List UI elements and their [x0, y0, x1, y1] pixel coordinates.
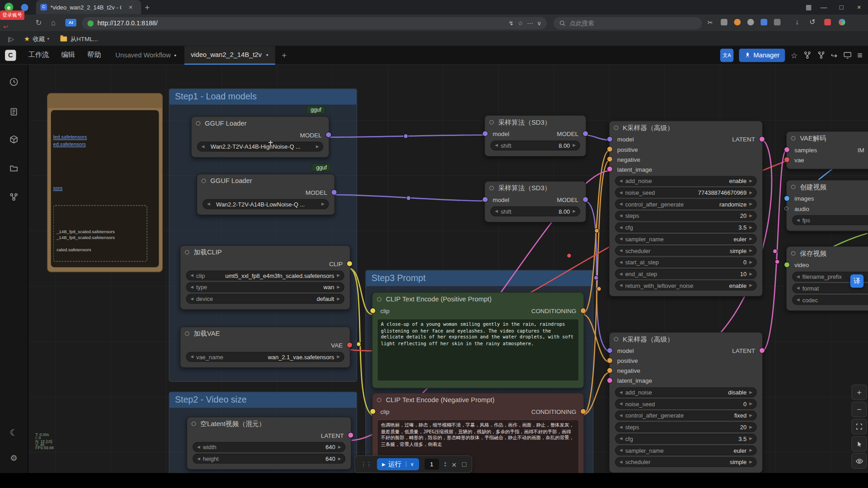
browser-tab[interactable]: C *video_wan2_2_14B_t2v - C... ×: [36, 0, 142, 14]
fork-icon[interactable]: [803, 51, 811, 59]
collapse-dot-icon[interactable]: [202, 179, 206, 183]
collapse-dot-icon[interactable]: [377, 398, 382, 402]
collapse-dot-icon[interactable]: [791, 136, 796, 141]
login-badge[interactable]: 登录账号: [0, 10, 24, 20]
collapse-dot-icon[interactable]: [192, 422, 196, 426]
input-port-positive[interactable]: [607, 358, 612, 363]
bookmark-star-icon[interactable]: ☆: [518, 19, 523, 27]
run-button[interactable]: ▶ 运行 ∨: [377, 458, 419, 470]
bookmark-folder-label[interactable]: 从HTML...: [71, 35, 98, 43]
widget-clip-name[interactable]: ◀clipumt5_xxl_fp8_e4m3fn_scaled.safetens…: [186, 271, 344, 281]
node-canvas[interactable]: Step1 - Load models Step2 - Video size S…: [0, 65, 868, 473]
menu-workflow[interactable]: 工作流: [28, 50, 49, 60]
node-gguf-loader-1[interactable]: GGUF Loader MODEL ◀Wan2.2-T2V-A14B-HighN…: [191, 116, 329, 158]
new-workflow-tab-button[interactable]: +: [282, 50, 287, 60]
widget-unet-name[interactable]: ◀Wan2.2-T2V-A14B-LowNoise-Q ...▶: [203, 199, 329, 209]
star-icon[interactable]: ☆: [791, 51, 797, 60]
note-link[interactable]: sors: [53, 185, 63, 191]
window-maximize-button[interactable]: □: [833, 0, 850, 14]
extension-gray-icon[interactable]: [747, 19, 754, 26]
workflows-folder-icon[interactable]: [9, 163, 19, 173]
group-step1-title[interactable]: Step1 - Load models: [170, 89, 357, 104]
input-port-model[interactable]: [607, 348, 612, 353]
input-port-model[interactable]: [607, 136, 612, 141]
input-port-model[interactable]: [483, 131, 488, 136]
output-port-model[interactable]: [331, 190, 336, 195]
widget-shift[interactable]: ◀shift8.00▶: [491, 206, 580, 216]
node-load-vae[interactable]: 加载VAE VAE ◀vae_namewan_2.1_vae.safetenso…: [180, 326, 350, 368]
input-port-latent-image[interactable]: [607, 167, 612, 172]
input-port-clip[interactable]: [370, 409, 375, 414]
widget-type[interactable]: ◀typewan▶: [186, 282, 344, 292]
widget-shift[interactable]: ◀shift8.00▶: [491, 141, 580, 150]
collapse-dot-icon[interactable]: [196, 121, 200, 126]
history-restore-icon[interactable]: ↺: [809, 18, 815, 26]
node-ksampler-advanced-2[interactable]: K采样器（高级） model LATENT positive negative …: [609, 332, 763, 473]
node-vae-decode[interactable]: VAE解码 samples IM vae: [786, 131, 868, 169]
zoom-in-button[interactable]: +: [851, 385, 867, 400]
collapse-dot-icon[interactable]: [614, 126, 618, 130]
widget-sampler-name[interactable]: ◀sampler_nameeuler▶: [615, 446, 756, 455]
theme-toggle-moon-icon[interactable]: ☾: [9, 427, 19, 437]
widget-add-noise[interactable]: ◀add_noisedisable▶: [615, 387, 756, 397]
refresh-icon[interactable]: ↻: [35, 18, 42, 27]
input-port-negative[interactable]: [607, 157, 612, 162]
menu-help[interactable]: 帮助: [87, 50, 101, 60]
input-port-model[interactable]: [483, 197, 488, 202]
node-gguf-loader-2[interactable]: GGUF Loader MODEL ◀Wan2.2-T2V-A14B-LowNo…: [197, 174, 335, 215]
monitor-icon[interactable]: [843, 51, 852, 59]
widget-sampler-name[interactable]: ◀sampler_nameeuler▶: [615, 234, 756, 244]
output-port-clip[interactable]: [347, 261, 352, 266]
batch-count-stepper[interactable]: ▴▾: [444, 461, 446, 468]
batch-count-field[interactable]: 1: [425, 459, 439, 469]
manager-button[interactable]: Manager: [739, 48, 785, 61]
collapse-dot-icon[interactable]: [185, 250, 189, 254]
widget-return-with-leftover-noise[interactable]: ◀return_with_leftover_noiseenable▶: [615, 281, 756, 291]
collapse-dot-icon[interactable]: [614, 337, 618, 342]
browser-menu-icon[interactable]: [839, 19, 845, 26]
workflow-tab-unsaved[interactable]: Unsaved Workflow●: [115, 51, 176, 59]
collapse-dot-icon[interactable]: [185, 331, 189, 336]
translate-toggle-button[interactable]: 文A: [720, 48, 733, 61]
node-load-clip[interactable]: 加载CLIP CLIP ◀clipumt5_xxl_fp8_e4m3fn_sca…: [180, 245, 350, 310]
home-icon[interactable]: ⌂: [51, 18, 56, 27]
search-box[interactable]: 点此搜索: [553, 17, 702, 29]
workflow-history-icon[interactable]: [9, 77, 19, 87]
node-library-icon[interactable]: [9, 107, 19, 117]
quick-action-icon[interactable]: ↯: [509, 19, 514, 27]
select-mode-button[interactable]: [851, 436, 867, 451]
input-port-vae[interactable]: [784, 157, 789, 162]
url-text[interactable]: http://127.0.0.1:8188/: [98, 20, 158, 27]
widget-height[interactable]: ◀height640▶: [193, 454, 345, 464]
collapse-dot-icon[interactable]: [377, 297, 382, 302]
widget-width[interactable]: ◀width640▶: [193, 442, 345, 452]
input-port-latent-image[interactable]: [607, 378, 612, 383]
dropdown-chevron-icon[interactable]: ∨: [537, 19, 542, 27]
input-port-images[interactable]: [784, 196, 789, 201]
node-create-video[interactable]: 创建视频 images audio ◀fps: [786, 180, 868, 231]
widget-end-at-step[interactable]: ◀end_at_step10▶: [615, 269, 756, 279]
note-node-header[interactable]: [47, 94, 162, 108]
run-options-chevron-icon[interactable]: ∨: [406, 461, 414, 467]
widget-control-after-generate[interactable]: ◀control_after_generaterandomize▶: [615, 199, 756, 209]
stop-icon[interactable]: □: [462, 460, 467, 468]
widget-start-at-step[interactable]: ◀start_at_step0▶: [615, 257, 756, 267]
output-port-latent[interactable]: [348, 433, 353, 438]
node-map-icon[interactable]: [9, 192, 19, 202]
node-clip-text-encode-positive[interactable]: CLIP Text Encode (Positive Prompt) clip …: [372, 292, 584, 389]
panel-list-icon[interactable]: ≡: [857, 50, 862, 60]
output-port-model[interactable]: [583, 131, 588, 136]
extension-blue-icon[interactable]: [760, 19, 767, 26]
output-port-latent[interactable]: [760, 348, 764, 353]
fork-alt-icon[interactable]: [817, 51, 825, 59]
collapse-dot-icon[interactable]: [489, 186, 494, 190]
zoom-out-button[interactable]: −: [851, 402, 867, 417]
note-link[interactable]: ed.safetensors: [53, 141, 86, 147]
favorites-label[interactable]: 收藏: [33, 35, 45, 43]
widget-fps[interactable]: ◀fps: [792, 215, 868, 225]
input-port-clip[interactable]: [370, 308, 375, 313]
widget-noise-seed[interactable]: ◀noise_seed0▶: [615, 399, 756, 409]
output-port-vae[interactable]: [347, 343, 352, 347]
clear-queue-icon[interactable]: ×: [452, 460, 457, 469]
node-empty-latent-video[interactable]: 空Latent视频（混元） LATENT ◀width640▶ ◀height6…: [187, 417, 352, 470]
